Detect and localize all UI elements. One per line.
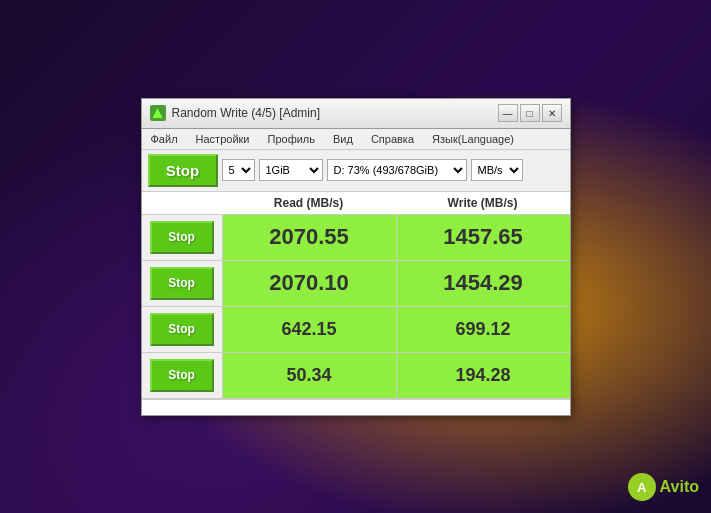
read-value-row-3: 50.34 [222, 353, 396, 398]
stop-button-row-3[interactable]: Stop [150, 359, 214, 392]
cdm-icon-inner [153, 108, 163, 118]
table-row: Stop50.34194.28 [142, 353, 570, 399]
title-bar: Random Write (4/5) [Admin] — □ ✕ [142, 99, 570, 129]
app-window: Random Write (4/5) [Admin] — □ ✕ Файл На… [141, 98, 571, 416]
toolbar: Stop 5 3 1 1GiB 512MiB 4GiB D: 73% (493/… [142, 150, 570, 192]
stop-button-row-2[interactable]: Stop [150, 313, 214, 346]
avito-text: Avito [660, 478, 699, 496]
avito-circle-icon: A [628, 473, 656, 501]
write-value-row-1: 1454.29 [396, 261, 570, 306]
read-value-row-1: 2070.10 [222, 261, 396, 306]
write-value-row-3: 194.28 [396, 353, 570, 398]
menu-settings[interactable]: Настройки [191, 131, 255, 147]
menu-language[interactable]: Язык(Language) [427, 131, 519, 147]
menu-profile[interactable]: Профиль [262, 131, 320, 147]
table-header: Read (MB/s) Write (MB/s) [142, 192, 570, 215]
col-header-empty [142, 192, 222, 214]
title-bar-left: Random Write (4/5) [Admin] [150, 105, 321, 121]
minimize-button[interactable]: — [498, 104, 518, 122]
write-value-row-2: 699.12 [396, 307, 570, 352]
table-body: Stop2070.551457.65Stop2070.101454.29Stop… [142, 215, 570, 399]
avito-logo: A Avito [628, 473, 699, 501]
title-bar-controls: — □ ✕ [498, 104, 562, 122]
menu-file[interactable]: Файл [146, 131, 183, 147]
table-row: Stop2070.101454.29 [142, 261, 570, 307]
close-button[interactable]: ✕ [542, 104, 562, 122]
avito-icon-letter: A [637, 480, 646, 495]
window-title: Random Write (4/5) [Admin] [172, 106, 321, 120]
maximize-button[interactable]: □ [520, 104, 540, 122]
progress-bar [142, 399, 570, 415]
col-header-read: Read (MB/s) [222, 192, 396, 214]
menu-view[interactable]: Вид [328, 131, 358, 147]
read-value-row-0: 2070.55 [222, 215, 396, 260]
stop-button-row-1[interactable]: Stop [150, 267, 214, 300]
size-select[interactable]: 1GiB 512MiB 4GiB [259, 159, 323, 181]
table-row: Stop642.15699.12 [142, 307, 570, 353]
table-row: Stop2070.551457.65 [142, 215, 570, 261]
write-value-row-0: 1457.65 [396, 215, 570, 260]
main-stop-button[interactable]: Stop [148, 154, 218, 187]
unit-select[interactable]: MB/s GB/s [471, 159, 523, 181]
count-select[interactable]: 5 3 1 [222, 159, 255, 181]
menu-help[interactable]: Справка [366, 131, 419, 147]
cdm-icon [150, 105, 166, 121]
read-value-row-2: 642.15 [222, 307, 396, 352]
menu-bar: Файл Настройки Профиль Вид Справка Язык(… [142, 129, 570, 150]
col-header-write: Write (MB/s) [396, 192, 570, 214]
stop-button-row-0[interactable]: Stop [150, 221, 214, 254]
drive-select[interactable]: D: 73% (493/678GiB) [327, 159, 467, 181]
